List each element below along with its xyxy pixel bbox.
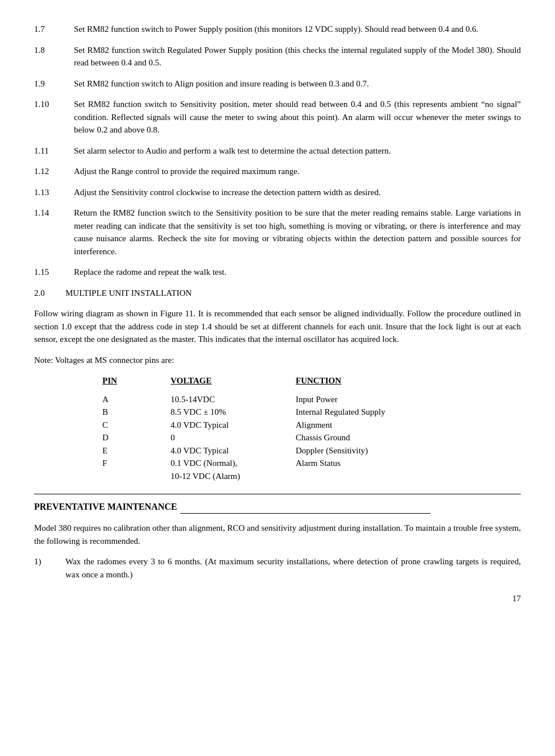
preventative-item-1: 1) Wax the radomes every 3 to 6 months. … xyxy=(34,555,521,581)
item-content-1-12: Adjust the Range control to provide the … xyxy=(74,165,521,178)
voltage-e: 4.0 VDC Typical xyxy=(171,444,296,457)
item-number-1-10: 1.10 xyxy=(34,98,74,137)
item-number-1-8: 1.8 xyxy=(34,44,74,69)
item-1-11: 1.11 Set alarm selector to Audio and per… xyxy=(34,144,521,158)
function-e: Doppler (Sensitivity) xyxy=(296,444,521,457)
item-number-1-12: 1.12 xyxy=(34,165,74,178)
section-2-note: Note: Voltages at MS connector pins are: xyxy=(34,354,521,367)
item-content-1-15: Replace the radome and repeat the walk t… xyxy=(74,266,521,279)
function-header: FUNCTION xyxy=(296,374,521,387)
item-content-1-7: Set RM82 function switch to Power Supply… xyxy=(74,23,521,36)
pin-header: PIN xyxy=(102,374,171,387)
item-1-7: 1.7 Set RM82 function switch to Power Su… xyxy=(34,23,521,36)
pin-d: D xyxy=(102,431,171,444)
function-a: Input Power xyxy=(296,393,521,406)
item-number-1-15: 1.15 xyxy=(34,266,74,279)
preventative-item-1-content: Wax the radomes every 3 to 6 months. (At… xyxy=(65,555,521,581)
pin-f: F xyxy=(102,457,171,482)
item-number-1-11: 1.11 xyxy=(34,144,74,158)
voltage-d: 0 xyxy=(171,431,296,444)
section-2-title: MULTIPLE UNIT INSTALLATION xyxy=(65,287,192,300)
voltage-f-line2: 10-12 VDC (Alarm) xyxy=(171,472,240,481)
function-b: Internal Regulated Supply xyxy=(296,406,521,419)
table-row: B 8.5 VDC ± 10% Internal Regulated Suppl… xyxy=(102,406,521,419)
page-number: 17 xyxy=(34,592,521,605)
item-content-1-13: Adjust the Sensitivity control clockwise… xyxy=(74,186,521,199)
pin-b: B xyxy=(102,406,171,419)
voltage-header: VOLTAGE xyxy=(171,374,296,387)
item-1-9: 1.9 Set RM82 function switch to Align po… xyxy=(34,77,521,90)
item-content-1-9: Set RM82 function switch to Align positi… xyxy=(74,77,521,90)
item-1-8: 1.8 Set RM82 function switch Regulated P… xyxy=(34,44,521,69)
item-number-1-9: 1.9 xyxy=(34,77,74,90)
preventative-paragraph: Model 380 requires no calibration other … xyxy=(34,522,521,547)
item-1-15: 1.15 Replace the radome and repeat the w… xyxy=(34,266,521,279)
voltage-f: 0.1 VDC (Normal), 10-12 VDC (Alarm) xyxy=(171,457,296,482)
voltage-a: 10.5-14VDC xyxy=(171,393,296,406)
preventative-item-1-number: 1) xyxy=(34,555,65,581)
table-row: A 10.5-14VDC Input Power xyxy=(102,393,521,406)
function-f: Alarm Status xyxy=(296,457,521,482)
item-number-1-13: 1.13 xyxy=(34,186,74,199)
pin-table: PIN VOLTAGE FUNCTION A 10.5-14VDC Input … xyxy=(102,374,521,482)
voltage-b: 8.5 VDC ± 10% xyxy=(171,406,296,419)
preventative-section: PREVENTATIVE MAINTENANCE Model 380 requi… xyxy=(34,494,521,581)
preventative-title-line xyxy=(180,513,430,514)
item-content-1-10: Set RM82 function switch to Sensitivity … xyxy=(74,98,521,137)
section-2-number: 2.0 xyxy=(34,287,65,300)
table-row: E 4.0 VDC Typical Doppler (Sensitivity) xyxy=(102,444,521,457)
item-content-1-11: Set alarm selector to Audio and perform … xyxy=(74,144,521,158)
section-2-paragraph1: Follow wiring diagram as shown in Figure… xyxy=(34,307,521,346)
table-row: D 0 Chassis Ground xyxy=(102,431,521,444)
item-1-12: 1.12 Adjust the Range control to provide… xyxy=(34,165,521,178)
voltage-c: 4.0 VDC Typical xyxy=(171,419,296,432)
preventative-title: PREVENTATIVE MAINTENANCE xyxy=(34,500,521,514)
table-row: F 0.1 VDC (Normal), 10-12 VDC (Alarm) Al… xyxy=(102,457,521,482)
item-content-1-8: Set RM82 function switch Regulated Power… xyxy=(74,44,521,69)
preventative-title-text: PREVENTATIVE MAINTENANCE xyxy=(34,502,177,511)
voltage-f-line1: 0.1 VDC (Normal), xyxy=(171,458,237,468)
item-number-1-14: 1.14 xyxy=(34,206,74,258)
item-content-1-14: Return the RM82 function switch to the S… xyxy=(74,206,521,258)
pin-table-header: PIN VOLTAGE FUNCTION xyxy=(102,374,521,387)
pin-a: A xyxy=(102,393,171,406)
pin-c: C xyxy=(102,419,171,432)
item-number-1-7: 1.7 xyxy=(34,23,74,36)
function-d: Chassis Ground xyxy=(296,431,521,444)
table-row: C 4.0 VDC Typical Alignment xyxy=(102,419,521,432)
item-1-13: 1.13 Adjust the Sensitivity control cloc… xyxy=(34,186,521,199)
function-c: Alignment xyxy=(296,419,521,432)
pin-e: E xyxy=(102,444,171,457)
item-1-14: 1.14 Return the RM82 function switch to … xyxy=(34,206,521,258)
item-1-10: 1.10 Set RM82 function switch to Sensiti… xyxy=(34,98,521,137)
section-2-header: 2.0 MULTIPLE UNIT INSTALLATION xyxy=(34,287,521,300)
